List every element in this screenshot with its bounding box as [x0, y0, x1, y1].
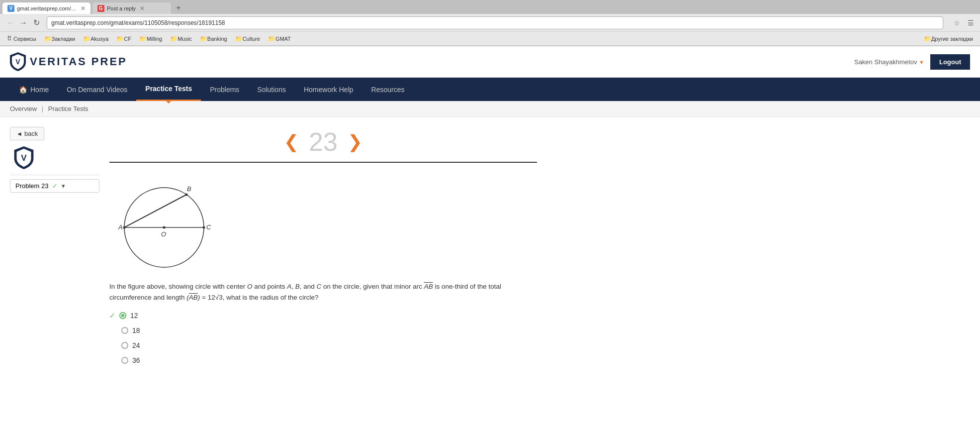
back-arrow-icon: ◄: [16, 130, 22, 137]
browser-controls: ← → ↻ ☆ ☰: [0, 14, 980, 32]
reload-button[interactable]: ↻: [30, 16, 43, 29]
bookmark-label: Milling: [147, 36, 162, 42]
nav-practice-tests[interactable]: Practice Tests: [136, 78, 201, 101]
folder-icon: 📁: [116, 35, 124, 42]
bookmark-cf[interactable]: 📁 CF: [113, 34, 134, 43]
question-divider: [109, 162, 537, 163]
nav-homework-help[interactable]: Homework Help: [295, 79, 362, 101]
tab-close-2[interactable]: ✕: [140, 5, 145, 12]
tab-inactive[interactable]: G Post a reply ✕: [92, 2, 172, 14]
nav-solutions[interactable]: Solutions: [248, 79, 295, 101]
bookmark-label: Music: [178, 36, 192, 42]
question-text: In the figure above, showing circle with…: [109, 281, 537, 303]
bookmarks-bar: ⠿ Сервисы 📁 Закладки 📁 Akusya 📁 CF 📁 Mil…: [0, 32, 980, 46]
radio-dot: [121, 314, 124, 317]
breadcrumb: Overview | Practice Tests: [0, 101, 980, 117]
logout-button[interactable]: Logout: [930, 54, 970, 70]
answer-choices: ✓ 12 18 24: [109, 312, 537, 364]
bookmark-milling[interactable]: 📁 Milling: [136, 34, 165, 43]
site-header: V VERITAS PREP Saken Shayakhmetov ▼ Logo…: [0, 46, 980, 78]
folder-icon: 📁: [83, 35, 90, 42]
bookmark-banking[interactable]: 📁 Banking: [197, 34, 230, 43]
back-nav-button[interactable]: ←: [4, 16, 17, 29]
logo-text: VERITAS PREP: [30, 55, 127, 68]
answer-value-12: 12: [130, 312, 138, 320]
svg-text:C: C: [206, 223, 211, 231]
bookmark-label: Закладки: [52, 36, 76, 42]
page-wrapper: V VERITAS PREP Saken Shayakhmetov ▼ Logo…: [0, 46, 980, 381]
svg-text:V: V: [21, 153, 27, 163]
nav-active-arrow: [165, 100, 173, 104]
folder-icon: 📁: [268, 35, 275, 42]
folder-icon: 📁: [200, 35, 207, 42]
sidebar-divider: [10, 175, 99, 175]
tab-close-1[interactable]: ✕: [81, 5, 86, 12]
bookmark-culture[interactable]: 📁 Culture: [232, 34, 263, 43]
bookmark-label: Akusya: [90, 36, 108, 42]
user-name: Saken Shayakhmetov ▼: [854, 58, 924, 66]
question-area: ❮ 23 ❯: [109, 127, 537, 371]
circle-diagram: A B C O: [109, 173, 219, 272]
answer-value-24: 24: [132, 341, 140, 349]
bookmark-other[interactable]: 📁 Другие закладки: [921, 34, 976, 43]
bookmark-label: CF: [124, 36, 131, 42]
bookmark-label: Banking: [207, 36, 227, 42]
nav-problems[interactable]: Problems: [201, 79, 248, 101]
next-question-button[interactable]: ❯: [348, 133, 362, 151]
svg-text:O: O: [161, 230, 166, 238]
question-number: 23: [309, 127, 338, 157]
correct-check-icon: ✓: [109, 312, 115, 320]
radio-36[interactable]: [121, 357, 128, 364]
tab-title-1: gmat.veritasprep.com/gm...: [17, 5, 77, 11]
menu-icon[interactable]: ☰: [965, 17, 976, 28]
logo-shield-icon: V: [10, 52, 26, 71]
svg-text:A: A: [118, 223, 123, 231]
question-nav: ❮ 23 ❯: [109, 127, 537, 157]
radio-18[interactable]: [121, 327, 128, 334]
main-content: ◄ back V Problem 23 ✓ ▾ ❮: [0, 117, 547, 381]
answer-choice-36[interactable]: 36: [109, 356, 537, 364]
sidebar-shield-icon: V: [14, 146, 34, 169]
breadcrumb-overview[interactable]: Overview: [10, 105, 37, 112]
breadcrumb-practice-tests[interactable]: Practice Tests: [48, 105, 89, 112]
apps-icon: ⠿: [7, 35, 12, 42]
bookmark-akusya[interactable]: 📁 Akusya: [80, 34, 111, 43]
tab-title-2: Post a reply: [107, 5, 136, 11]
answer-value-36: 36: [132, 356, 140, 364]
sidebar: ◄ back V Problem 23 ✓ ▾: [10, 127, 109, 371]
bookmark-zakładki[interactable]: 📁 Закладки: [41, 34, 79, 43]
forward-nav-button[interactable]: →: [17, 16, 30, 29]
folder-icon: 📁: [170, 35, 178, 42]
home-icon: 🏠: [19, 86, 27, 94]
answer-choice-12[interactable]: ✓ 12: [109, 312, 537, 320]
svg-text:B: B: [187, 185, 191, 193]
user-dropdown-icon[interactable]: ▼: [919, 59, 924, 65]
nav-home[interactable]: 🏠 Home: [10, 79, 58, 101]
bookmark-gmat[interactable]: 📁 GMAT: [265, 34, 294, 43]
bookmark-apps[interactable]: ⠿ Сервисы: [4, 34, 39, 43]
nav-on-demand[interactable]: On Demand Videos: [58, 79, 136, 101]
dropdown-arrow-icon: ▾: [62, 182, 65, 190]
tab-active[interactable]: V gmat.veritasprep.com/gm... ✕: [2, 2, 91, 14]
bookmark-star-icon[interactable]: ☆: [951, 17, 962, 28]
browser-actions: ☆ ☰: [951, 17, 976, 28]
bookmark-music[interactable]: 📁 Music: [167, 34, 195, 43]
breadcrumb-separator: |: [42, 105, 43, 112]
folder-icon: 📁: [235, 35, 243, 42]
answer-choice-18[interactable]: 18: [109, 326, 537, 334]
bookmark-label: GMAT: [275, 36, 291, 42]
bookmark-label: Culture: [243, 36, 260, 42]
answer-choice-24[interactable]: 24: [109, 341, 537, 349]
radio-12[interactable]: [119, 312, 126, 319]
new-tab-button[interactable]: +: [173, 2, 184, 14]
main-nav: 🏠 Home On Demand Videos Practice Tests P…: [0, 78, 980, 101]
radio-24[interactable]: [121, 342, 128, 349]
nav-resources[interactable]: Resources: [362, 79, 414, 101]
back-button[interactable]: ◄ back: [10, 127, 44, 140]
folder-icon: 📁: [44, 35, 52, 42]
bookmark-apps-label: Сервисы: [13, 36, 36, 42]
prev-question-button[interactable]: ❮: [284, 133, 299, 151]
problem-dropdown[interactable]: Problem 23 ✓ ▾: [10, 179, 99, 193]
address-bar[interactable]: [47, 16, 943, 29]
browser-chrome: V gmat.veritasprep.com/gm... ✕ G Post a …: [0, 0, 980, 46]
